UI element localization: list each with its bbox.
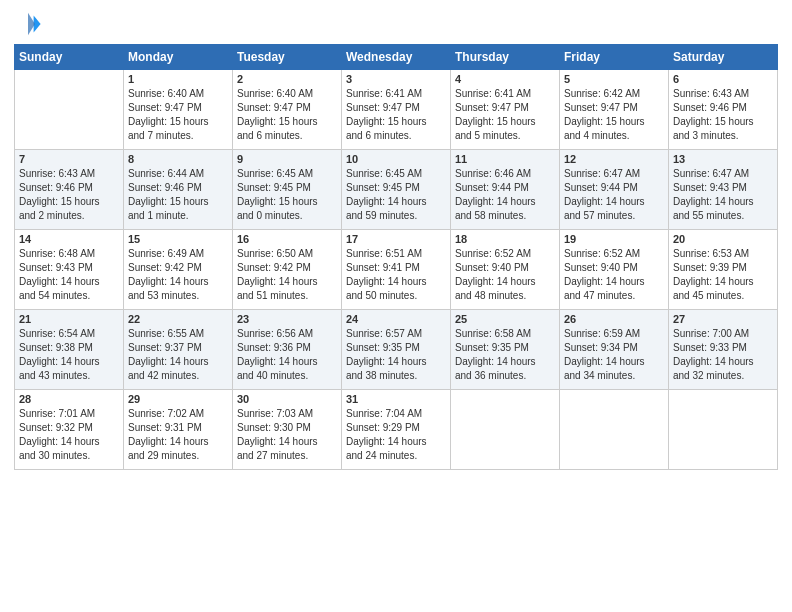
day-cell	[669, 390, 778, 470]
day-info: Sunrise: 7:02 AM Sunset: 9:31 PM Dayligh…	[128, 407, 228, 463]
day-cell: 8Sunrise: 6:44 AM Sunset: 9:46 PM Daylig…	[124, 150, 233, 230]
day-number: 21	[19, 313, 119, 325]
day-number: 26	[564, 313, 664, 325]
day-cell: 26Sunrise: 6:59 AM Sunset: 9:34 PM Dayli…	[560, 310, 669, 390]
header-cell-tuesday: Tuesday	[233, 45, 342, 70]
day-info: Sunrise: 6:41 AM Sunset: 9:47 PM Dayligh…	[455, 87, 555, 143]
day-info: Sunrise: 6:58 AM Sunset: 9:35 PM Dayligh…	[455, 327, 555, 383]
day-cell: 30Sunrise: 7:03 AM Sunset: 9:30 PM Dayli…	[233, 390, 342, 470]
logo	[14, 10, 44, 38]
day-cell: 25Sunrise: 6:58 AM Sunset: 9:35 PM Dayli…	[451, 310, 560, 390]
day-number: 27	[673, 313, 773, 325]
header	[14, 10, 778, 38]
header-cell-thursday: Thursday	[451, 45, 560, 70]
day-info: Sunrise: 6:46 AM Sunset: 9:44 PM Dayligh…	[455, 167, 555, 223]
day-number: 17	[346, 233, 446, 245]
day-cell: 10Sunrise: 6:45 AM Sunset: 9:45 PM Dayli…	[342, 150, 451, 230]
day-info: Sunrise: 6:50 AM Sunset: 9:42 PM Dayligh…	[237, 247, 337, 303]
header-cell-saturday: Saturday	[669, 45, 778, 70]
header-cell-sunday: Sunday	[15, 45, 124, 70]
page: SundayMondayTuesdayWednesdayThursdayFrid…	[0, 0, 792, 612]
day-info: Sunrise: 6:47 AM Sunset: 9:43 PM Dayligh…	[673, 167, 773, 223]
day-cell: 23Sunrise: 6:56 AM Sunset: 9:36 PM Dayli…	[233, 310, 342, 390]
day-info: Sunrise: 6:47 AM Sunset: 9:44 PM Dayligh…	[564, 167, 664, 223]
day-number: 23	[237, 313, 337, 325]
day-number: 31	[346, 393, 446, 405]
week-row-2: 7Sunrise: 6:43 AM Sunset: 9:46 PM Daylig…	[15, 150, 778, 230]
day-cell: 24Sunrise: 6:57 AM Sunset: 9:35 PM Dayli…	[342, 310, 451, 390]
day-number: 7	[19, 153, 119, 165]
day-cell	[15, 70, 124, 150]
day-cell: 14Sunrise: 6:48 AM Sunset: 9:43 PM Dayli…	[15, 230, 124, 310]
header-cell-monday: Monday	[124, 45, 233, 70]
week-row-3: 14Sunrise: 6:48 AM Sunset: 9:43 PM Dayli…	[15, 230, 778, 310]
day-info: Sunrise: 6:48 AM Sunset: 9:43 PM Dayligh…	[19, 247, 119, 303]
logo-icon	[14, 10, 42, 38]
day-info: Sunrise: 6:56 AM Sunset: 9:36 PM Dayligh…	[237, 327, 337, 383]
day-number: 24	[346, 313, 446, 325]
day-number: 5	[564, 73, 664, 85]
day-cell: 5Sunrise: 6:42 AM Sunset: 9:47 PM Daylig…	[560, 70, 669, 150]
day-info: Sunrise: 7:01 AM Sunset: 9:32 PM Dayligh…	[19, 407, 119, 463]
day-info: Sunrise: 6:55 AM Sunset: 9:37 PM Dayligh…	[128, 327, 228, 383]
day-number: 15	[128, 233, 228, 245]
day-info: Sunrise: 6:51 AM Sunset: 9:41 PM Dayligh…	[346, 247, 446, 303]
day-number: 6	[673, 73, 773, 85]
day-info: Sunrise: 6:42 AM Sunset: 9:47 PM Dayligh…	[564, 87, 664, 143]
day-info: Sunrise: 6:59 AM Sunset: 9:34 PM Dayligh…	[564, 327, 664, 383]
header-row: SundayMondayTuesdayWednesdayThursdayFrid…	[15, 45, 778, 70]
day-number: 1	[128, 73, 228, 85]
day-number: 19	[564, 233, 664, 245]
day-cell: 4Sunrise: 6:41 AM Sunset: 9:47 PM Daylig…	[451, 70, 560, 150]
day-info: Sunrise: 6:57 AM Sunset: 9:35 PM Dayligh…	[346, 327, 446, 383]
day-info: Sunrise: 6:43 AM Sunset: 9:46 PM Dayligh…	[673, 87, 773, 143]
day-number: 9	[237, 153, 337, 165]
day-number: 8	[128, 153, 228, 165]
calendar-table: SundayMondayTuesdayWednesdayThursdayFrid…	[14, 44, 778, 470]
day-cell	[451, 390, 560, 470]
day-number: 2	[237, 73, 337, 85]
day-cell: 6Sunrise: 6:43 AM Sunset: 9:46 PM Daylig…	[669, 70, 778, 150]
day-number: 14	[19, 233, 119, 245]
day-cell: 22Sunrise: 6:55 AM Sunset: 9:37 PM Dayli…	[124, 310, 233, 390]
day-info: Sunrise: 7:04 AM Sunset: 9:29 PM Dayligh…	[346, 407, 446, 463]
day-number: 22	[128, 313, 228, 325]
day-info: Sunrise: 6:41 AM Sunset: 9:47 PM Dayligh…	[346, 87, 446, 143]
day-info: Sunrise: 6:54 AM Sunset: 9:38 PM Dayligh…	[19, 327, 119, 383]
day-number: 28	[19, 393, 119, 405]
day-cell: 13Sunrise: 6:47 AM Sunset: 9:43 PM Dayli…	[669, 150, 778, 230]
day-cell: 16Sunrise: 6:50 AM Sunset: 9:42 PM Dayli…	[233, 230, 342, 310]
header-cell-friday: Friday	[560, 45, 669, 70]
day-cell: 7Sunrise: 6:43 AM Sunset: 9:46 PM Daylig…	[15, 150, 124, 230]
day-cell: 15Sunrise: 6:49 AM Sunset: 9:42 PM Dayli…	[124, 230, 233, 310]
week-row-4: 21Sunrise: 6:54 AM Sunset: 9:38 PM Dayli…	[15, 310, 778, 390]
day-info: Sunrise: 6:44 AM Sunset: 9:46 PM Dayligh…	[128, 167, 228, 223]
day-cell: 31Sunrise: 7:04 AM Sunset: 9:29 PM Dayli…	[342, 390, 451, 470]
day-info: Sunrise: 7:03 AM Sunset: 9:30 PM Dayligh…	[237, 407, 337, 463]
day-cell: 20Sunrise: 6:53 AM Sunset: 9:39 PM Dayli…	[669, 230, 778, 310]
day-cell: 9Sunrise: 6:45 AM Sunset: 9:45 PM Daylig…	[233, 150, 342, 230]
day-number: 4	[455, 73, 555, 85]
day-cell: 27Sunrise: 7:00 AM Sunset: 9:33 PM Dayli…	[669, 310, 778, 390]
day-number: 30	[237, 393, 337, 405]
day-number: 13	[673, 153, 773, 165]
day-cell: 2Sunrise: 6:40 AM Sunset: 9:47 PM Daylig…	[233, 70, 342, 150]
day-cell: 17Sunrise: 6:51 AM Sunset: 9:41 PM Dayli…	[342, 230, 451, 310]
day-cell: 19Sunrise: 6:52 AM Sunset: 9:40 PM Dayli…	[560, 230, 669, 310]
day-cell: 11Sunrise: 6:46 AM Sunset: 9:44 PM Dayli…	[451, 150, 560, 230]
day-cell: 21Sunrise: 6:54 AM Sunset: 9:38 PM Dayli…	[15, 310, 124, 390]
day-info: Sunrise: 6:52 AM Sunset: 9:40 PM Dayligh…	[455, 247, 555, 303]
day-number: 16	[237, 233, 337, 245]
day-number: 3	[346, 73, 446, 85]
day-info: Sunrise: 6:49 AM Sunset: 9:42 PM Dayligh…	[128, 247, 228, 303]
day-cell: 29Sunrise: 7:02 AM Sunset: 9:31 PM Dayli…	[124, 390, 233, 470]
day-cell: 18Sunrise: 6:52 AM Sunset: 9:40 PM Dayli…	[451, 230, 560, 310]
day-info: Sunrise: 6:52 AM Sunset: 9:40 PM Dayligh…	[564, 247, 664, 303]
week-row-5: 28Sunrise: 7:01 AM Sunset: 9:32 PM Dayli…	[15, 390, 778, 470]
day-info: Sunrise: 6:43 AM Sunset: 9:46 PM Dayligh…	[19, 167, 119, 223]
day-info: Sunrise: 6:45 AM Sunset: 9:45 PM Dayligh…	[346, 167, 446, 223]
day-number: 10	[346, 153, 446, 165]
day-number: 20	[673, 233, 773, 245]
day-number: 12	[564, 153, 664, 165]
day-number: 11	[455, 153, 555, 165]
